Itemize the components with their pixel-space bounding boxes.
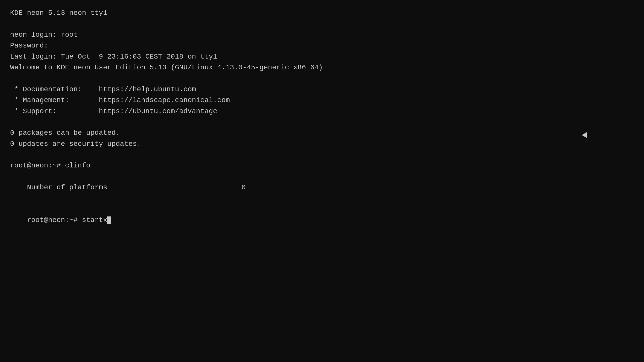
- clinfo-cmd: root@neon:~# clinfo: [10, 160, 634, 171]
- packages-line: 0 packages can be updated.: [10, 127, 634, 138]
- platforms-value: 0: [242, 182, 246, 193]
- password-line: Password:: [10, 40, 634, 51]
- security-line: 0 updates are security updates.: [10, 139, 634, 149]
- platforms-line: Number of platforms0: [10, 171, 634, 204]
- blank-3: [10, 117, 634, 127]
- terminal-cursor: [107, 216, 111, 224]
- terminal-screen: KDE neon 5.13 neon tty1 neon login: root…: [10, 8, 634, 354]
- support-bullet: * Support: https://ubuntu.com/advantage: [10, 106, 634, 117]
- doc-bullet: * Documentation: https://help.ubuntu.com: [10, 84, 634, 95]
- blank-1: [10, 18, 634, 29]
- welcome-line: Welcome to KDE neon User Edition 5.13 (G…: [10, 62, 634, 73]
- blank-4: [10, 149, 634, 160]
- startx-cmd[interactable]: root@neon:~# startx: [10, 204, 634, 237]
- title-line: KDE neon 5.13 neon tty1: [10, 8, 634, 18]
- mgmt-bullet: * Management: https://landscape.canonica…: [10, 95, 634, 106]
- blank-2: [10, 73, 634, 84]
- last-login-line: Last login: Tue Oct 9 23:16:03 CEST 2018…: [10, 51, 634, 62]
- login-line: neon login: root: [10, 29, 634, 40]
